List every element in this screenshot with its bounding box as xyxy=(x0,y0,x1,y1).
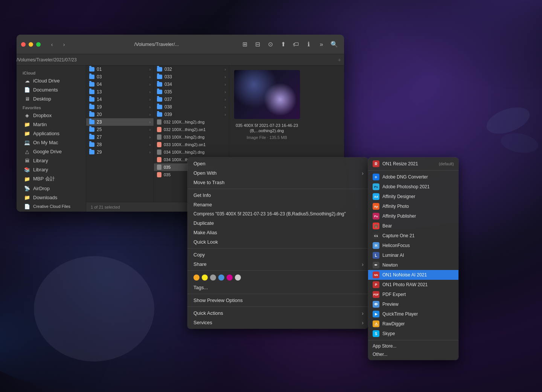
submenu-preview[interactable]: 👁 Preview xyxy=(368,299,458,309)
ctx-services[interactable]: Services xyxy=(187,318,368,327)
view-options-icon[interactable]: ⊟ xyxy=(252,39,263,50)
submenu-adobe-dng[interactable]: D Adobe DNG Converter xyxy=(368,172,458,182)
ctx-compress[interactable]: Compress "035 400X 5f 2021-07-23 16-46-2… xyxy=(187,209,368,218)
col1-item-14[interactable]: 14 › xyxy=(86,96,154,103)
sidebar-item-martin[interactable]: 📁 Martin xyxy=(18,120,84,129)
submenu-capture-one[interactable]: C1 Capture One 21 xyxy=(368,231,458,241)
col1-item-20[interactable]: 20 › xyxy=(86,111,154,118)
col2-item-037[interactable]: 037 › xyxy=(154,96,229,103)
close-button[interactable] xyxy=(21,42,26,47)
tag-blue[interactable] xyxy=(218,275,224,281)
sidebar-item-library2-label: Library xyxy=(33,167,48,172)
submenu-rawdigger[interactable]: ⚠ RawDigger xyxy=(368,319,458,329)
ctx-tags-item[interactable]: Tags... xyxy=(187,283,368,292)
ctx-duplicate-label: Duplicate xyxy=(193,220,214,226)
ctx-get-info[interactable]: Get Info xyxy=(187,191,368,200)
share-icon[interactable]: ⬆ xyxy=(278,39,288,50)
sidebar-item-library2[interactable]: 📚 Library xyxy=(18,165,84,174)
col2-item-034-dng[interactable]: 034 100X...hing2).dng xyxy=(154,148,229,156)
ctx-quick-look[interactable]: Quick Look xyxy=(187,237,368,247)
sidebar-item-downloads[interactable]: 📁 Downloads xyxy=(18,193,84,202)
sidebar-item-applications[interactable]: 📁 Applications xyxy=(18,129,84,138)
submenu-on1-resize[interactable]: R ON1 Resize 2021 (default) xyxy=(368,159,458,169)
sidebar-item-creative-cloud[interactable]: 📄 Creative Cloud Files xyxy=(18,202,84,211)
col2-item-032[interactable]: 032 › xyxy=(154,66,229,73)
sidebar-item-mbp[interactable]: 📁 MBP 会計 xyxy=(18,174,84,184)
submenu-skype[interactable]: S Skype xyxy=(368,329,458,339)
view-columns-icon[interactable]: ⊞ xyxy=(239,39,250,50)
col2-item-035[interactable]: 035 › xyxy=(154,88,229,96)
tag-orange[interactable] xyxy=(193,275,199,281)
sidebar-item-library1[interactable]: 🏛 Library xyxy=(18,156,84,165)
col1-item-27[interactable]: 27 › xyxy=(86,133,154,141)
submenu-affinity-designer[interactable]: Ad Affinity Designer xyxy=(368,192,458,201)
col2-item-034[interactable]: 034 › xyxy=(154,81,229,88)
ctx-move-to-trash[interactable]: Move to Trash xyxy=(187,178,368,187)
ctx-show-preview-options[interactable]: Show Preview Options xyxy=(187,296,368,305)
action-icon[interactable]: ⊙ xyxy=(265,39,276,50)
col1-item-29[interactable]: 29 › xyxy=(86,148,154,156)
sidebar-item-desktop[interactable]: 🖥 Desktop xyxy=(18,94,84,103)
sidebar-item-airdrop[interactable]: 📡 AirDrop xyxy=(18,184,84,193)
tag-light-gray[interactable] xyxy=(235,275,241,281)
col1-item-19[interactable]: 19 › xyxy=(86,103,154,111)
submenu-affinity-publisher[interactable]: Pu Affinity Publisher xyxy=(368,211,458,221)
col2-item-033-dng[interactable]: 033 100X...hing2).dng xyxy=(154,133,229,141)
submenu-quicktime[interactable]: ▶ QuickTime Player xyxy=(368,309,458,319)
quicktime-icon: ▶ xyxy=(373,311,379,317)
sidebar-item-on-my-mac[interactable]: 💻 On My Mac xyxy=(18,138,84,147)
col2-item-032-dng[interactable]: 032 100X...hing2).dng xyxy=(154,118,229,126)
folder-icon xyxy=(89,82,94,87)
col2-item-033-on1[interactable]: 033 100X...thing2).on1 xyxy=(154,141,229,148)
sidebar-item-documents[interactable]: 📄 Documents xyxy=(18,85,84,94)
col2-item-033[interactable]: 033 › xyxy=(154,73,229,81)
col2-item-032-on1[interactable]: 032 100X...thing2).on1 xyxy=(154,126,229,133)
back-button[interactable]: ‹ xyxy=(47,39,57,50)
ctx-copy-label: Copy xyxy=(193,252,205,258)
col2-item-039[interactable]: 039 › xyxy=(154,111,229,118)
ctx-make-alias[interactable]: Make Alias xyxy=(187,228,368,237)
sidebar-item-google-drive[interactable]: △ Google Drive xyxy=(18,147,84,156)
col1-item-28[interactable]: 28 › xyxy=(86,141,154,148)
ctx-share[interactable]: Share xyxy=(187,259,368,269)
submenu-bear[interactable]: 🐻 Bear xyxy=(368,221,458,231)
col1-item-04[interactable]: 04 › xyxy=(86,81,154,88)
submenu-helicon[interactable]: H HeliconFocus xyxy=(368,241,458,250)
submenu-luminar[interactable]: L Luminar AI xyxy=(368,250,458,260)
ctx-quick-actions[interactable]: Quick Actions xyxy=(187,308,368,318)
submenu-on1-nonoise[interactable]: NN ON1 NoNoise AI 2021 xyxy=(368,270,458,280)
submenu-on1-photo-raw[interactable]: P ON1 Photo RAW 2021 xyxy=(368,280,458,290)
col1-item-23[interactable]: 23 › xyxy=(86,118,154,126)
submenu-app-store[interactable]: App Store... xyxy=(368,342,458,350)
tag-gray[interactable] xyxy=(210,275,216,281)
submenu-affinity-photo[interactable]: Ap Affinity Photo xyxy=(368,201,458,211)
col2-item-038[interactable]: 038 › xyxy=(154,103,229,111)
col1-item-13[interactable]: 13 › xyxy=(86,88,154,96)
tag-purple[interactable] xyxy=(227,275,233,281)
forward-button[interactable]: › xyxy=(59,39,69,50)
sidebar-item-dropbox[interactable]: ◈ Dropbox xyxy=(18,111,84,120)
adobe-dng-icon: D xyxy=(373,174,379,180)
col1-item-03[interactable]: 03 › xyxy=(86,73,154,81)
add-tab-button[interactable]: + xyxy=(338,57,344,63)
search-icon[interactable]: 🔍 xyxy=(329,39,340,50)
info-icon[interactable]: ℹ xyxy=(303,39,314,50)
ctx-duplicate[interactable]: Duplicate xyxy=(187,218,368,228)
more-icon[interactable]: » xyxy=(316,39,327,50)
minimize-button[interactable] xyxy=(29,42,33,47)
ctx-open-with[interactable]: Open With xyxy=(187,168,368,178)
ctx-rename[interactable]: Rename xyxy=(187,200,368,209)
col1-item-01[interactable]: 01 › xyxy=(86,66,154,73)
maximize-button[interactable] xyxy=(36,42,41,47)
tag-yellow[interactable] xyxy=(202,275,208,281)
submenu-newton[interactable]: ✏ Newton xyxy=(368,260,458,270)
folder-icon xyxy=(157,105,162,109)
sidebar-item-icloud-drive[interactable]: ☁ iCloud Drive xyxy=(18,76,84,85)
ctx-copy[interactable]: Copy xyxy=(187,250,368,259)
tag-icon[interactable]: 🏷 xyxy=(291,39,301,50)
submenu-other[interactable]: Other... xyxy=(368,350,458,358)
submenu-photoshop[interactable]: Ps Adobe Photoshop 2021 xyxy=(368,182,458,192)
submenu-pdf-expert[interactable]: PDF PDF Expert xyxy=(368,290,458,299)
ctx-open[interactable]: Open xyxy=(187,159,368,168)
col1-item-25[interactable]: 25 › xyxy=(86,126,154,133)
